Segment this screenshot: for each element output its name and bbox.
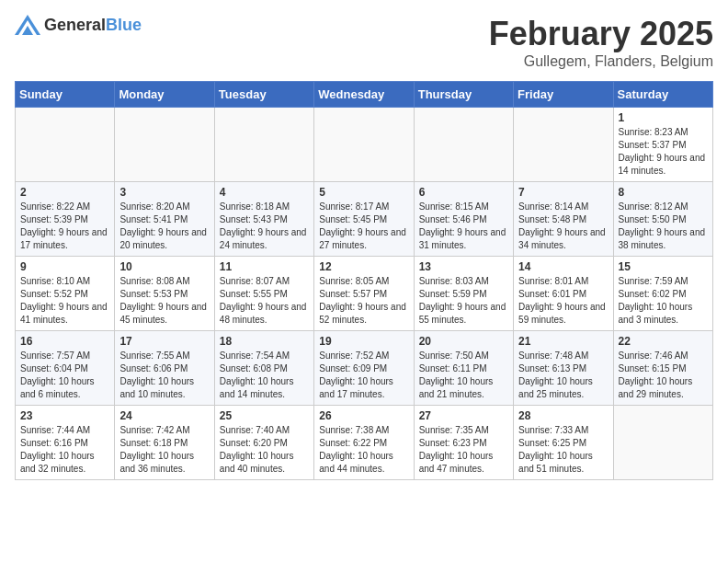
day-info: Sunrise: 7:55 AM Sunset: 6:06 PM Dayligh… xyxy=(119,350,209,401)
calendar-cell: 27Sunrise: 7:35 AM Sunset: 6:23 PM Dayli… xyxy=(414,406,513,480)
calendar-cell: 7Sunrise: 8:14 AM Sunset: 5:48 PM Daylig… xyxy=(514,182,613,257)
calendar-cell xyxy=(414,108,513,182)
calendar-cell: 10Sunrise: 8:08 AM Sunset: 5:53 PM Dayli… xyxy=(115,257,214,331)
day-number: 2 xyxy=(20,186,109,199)
calendar-cell: 22Sunrise: 7:46 AM Sunset: 6:15 PM Dayli… xyxy=(613,331,712,406)
day-info: Sunrise: 8:08 AM Sunset: 5:53 PM Dayligh… xyxy=(119,275,209,327)
calendar-cell: 9Sunrise: 8:10 AM Sunset: 5:52 PM Daylig… xyxy=(16,257,115,331)
calendar-cell: 23Sunrise: 7:44 AM Sunset: 6:16 PM Dayli… xyxy=(16,406,115,480)
day-number: 24 xyxy=(119,409,209,422)
day-info: Sunrise: 7:42 AM Sunset: 6:18 PM Dayligh… xyxy=(119,424,209,476)
day-number: 4 xyxy=(220,186,309,199)
day-number: 9 xyxy=(20,260,109,273)
day-info: Sunrise: 7:38 AM Sunset: 6:22 PM Dayligh… xyxy=(319,424,408,476)
day-info: Sunrise: 7:52 AM Sunset: 6:09 PM Dayligh… xyxy=(319,350,408,401)
calendar-cell: 25Sunrise: 7:40 AM Sunset: 6:20 PM Dayli… xyxy=(214,406,313,480)
day-number: 6 xyxy=(419,186,508,199)
day-number: 16 xyxy=(20,335,109,348)
calendar-cell: 8Sunrise: 8:12 AM Sunset: 5:50 PM Daylig… xyxy=(613,182,712,257)
day-header-wednesday: Wednesday xyxy=(314,82,414,108)
day-info: Sunrise: 7:44 AM Sunset: 6:16 PM Dayligh… xyxy=(20,424,109,476)
day-info: Sunrise: 8:01 AM Sunset: 6:01 PM Dayligh… xyxy=(518,275,608,327)
day-header-tuesday: Tuesday xyxy=(214,82,313,108)
day-info: Sunrise: 8:10 AM Sunset: 5:52 PM Dayligh… xyxy=(20,275,109,327)
day-info: Sunrise: 8:20 AM Sunset: 5:41 PM Dayligh… xyxy=(119,201,209,252)
day-info: Sunrise: 8:18 AM Sunset: 5:43 PM Dayligh… xyxy=(220,201,309,252)
calendar-cell: 17Sunrise: 7:55 AM Sunset: 6:06 PM Dayli… xyxy=(115,331,214,406)
day-number: 26 xyxy=(319,409,408,422)
calendar-cell xyxy=(314,108,414,182)
calendar-cell xyxy=(214,108,313,182)
day-number: 22 xyxy=(619,335,708,348)
day-info: Sunrise: 7:40 AM Sunset: 6:20 PM Dayligh… xyxy=(220,424,309,476)
title-block: February 2025 Gullegem, Flanders, Belgiu… xyxy=(489,15,713,70)
calendar-cell: 19Sunrise: 7:52 AM Sunset: 6:09 PM Dayli… xyxy=(314,331,414,406)
calendar-cell: 3Sunrise: 8:20 AM Sunset: 5:41 PM Daylig… xyxy=(115,182,214,257)
logo: GeneralBlue xyxy=(15,15,142,35)
calendar-table: SundayMondayTuesdayWednesdayThursdayFrid… xyxy=(15,81,713,480)
calendar-cell: 15Sunrise: 7:59 AM Sunset: 6:02 PM Dayli… xyxy=(613,257,712,331)
calendar-week-row: 2Sunrise: 8:22 AM Sunset: 5:39 PM Daylig… xyxy=(16,182,713,257)
logo-general: General xyxy=(44,16,106,34)
day-number: 3 xyxy=(119,186,209,199)
page-header: GeneralBlue February 2025 Gullegem, Flan… xyxy=(15,15,713,70)
day-header-friday: Friday xyxy=(514,82,613,108)
calendar-week-row: 1Sunrise: 8:23 AM Sunset: 5:37 PM Daylig… xyxy=(16,108,713,182)
day-info: Sunrise: 8:17 AM Sunset: 5:45 PM Dayligh… xyxy=(319,201,408,252)
day-info: Sunrise: 7:57 AM Sunset: 6:04 PM Dayligh… xyxy=(20,350,109,401)
calendar-cell: 26Sunrise: 7:38 AM Sunset: 6:22 PM Dayli… xyxy=(314,406,414,480)
month-title: February 2025 xyxy=(489,15,713,53)
day-number: 8 xyxy=(619,186,708,199)
calendar-cell: 16Sunrise: 7:57 AM Sunset: 6:04 PM Dayli… xyxy=(16,331,115,406)
day-number: 15 xyxy=(619,260,708,273)
day-number: 19 xyxy=(319,335,408,348)
day-number: 5 xyxy=(319,186,408,199)
day-number: 25 xyxy=(220,409,309,422)
calendar-cell: 11Sunrise: 8:07 AM Sunset: 5:55 PM Dayli… xyxy=(214,257,313,331)
day-info: Sunrise: 8:03 AM Sunset: 5:59 PM Dayligh… xyxy=(419,275,508,327)
day-info: Sunrise: 7:48 AM Sunset: 6:13 PM Dayligh… xyxy=(518,350,608,401)
day-number: 27 xyxy=(419,409,508,422)
day-number: 11 xyxy=(220,260,309,273)
calendar-cell: 2Sunrise: 8:22 AM Sunset: 5:39 PM Daylig… xyxy=(16,182,115,257)
day-info: Sunrise: 7:46 AM Sunset: 6:15 PM Dayligh… xyxy=(619,350,708,401)
day-header-sunday: Sunday xyxy=(16,82,115,108)
calendar-cell: 1Sunrise: 8:23 AM Sunset: 5:37 PM Daylig… xyxy=(613,108,712,182)
day-info: Sunrise: 7:35 AM Sunset: 6:23 PM Dayligh… xyxy=(419,424,508,476)
day-number: 20 xyxy=(419,335,508,348)
day-info: Sunrise: 7:54 AM Sunset: 6:08 PM Dayligh… xyxy=(220,350,309,401)
day-number: 12 xyxy=(319,260,408,273)
day-info: Sunrise: 8:14 AM Sunset: 5:48 PM Dayligh… xyxy=(518,201,608,252)
day-info: Sunrise: 8:12 AM Sunset: 5:50 PM Dayligh… xyxy=(619,201,708,252)
calendar-cell: 28Sunrise: 7:33 AM Sunset: 6:25 PM Dayli… xyxy=(514,406,613,480)
day-info: Sunrise: 7:59 AM Sunset: 6:02 PM Dayligh… xyxy=(619,275,708,327)
day-number: 28 xyxy=(518,409,608,422)
calendar-cell: 6Sunrise: 8:15 AM Sunset: 5:46 PM Daylig… xyxy=(414,182,513,257)
day-header-thursday: Thursday xyxy=(414,82,513,108)
day-header-saturday: Saturday xyxy=(613,82,712,108)
calendar-cell xyxy=(16,108,115,182)
calendar-cell: 12Sunrise: 8:05 AM Sunset: 5:57 PM Dayli… xyxy=(314,257,414,331)
calendar-week-row: 16Sunrise: 7:57 AM Sunset: 6:04 PM Dayli… xyxy=(16,331,713,406)
day-info: Sunrise: 8:05 AM Sunset: 5:57 PM Dayligh… xyxy=(319,275,408,327)
day-number: 7 xyxy=(518,186,608,199)
day-number: 14 xyxy=(518,260,608,273)
logo-icon xyxy=(15,15,40,35)
day-info: Sunrise: 8:23 AM Sunset: 5:37 PM Dayligh… xyxy=(619,126,708,178)
day-info: Sunrise: 8:22 AM Sunset: 5:39 PM Dayligh… xyxy=(20,201,109,252)
calendar-cell: 14Sunrise: 8:01 AM Sunset: 6:01 PM Dayli… xyxy=(514,257,613,331)
location-title: Gullegem, Flanders, Belgium xyxy=(489,53,713,70)
day-number: 21 xyxy=(518,335,608,348)
day-header-monday: Monday xyxy=(115,82,214,108)
calendar-cell: 21Sunrise: 7:48 AM Sunset: 6:13 PM Dayli… xyxy=(514,331,613,406)
day-number: 10 xyxy=(119,260,209,273)
calendar-cell: 24Sunrise: 7:42 AM Sunset: 6:18 PM Dayli… xyxy=(115,406,214,480)
day-info: Sunrise: 8:07 AM Sunset: 5:55 PM Dayligh… xyxy=(220,275,309,327)
calendar-cell: 18Sunrise: 7:54 AM Sunset: 6:08 PM Dayli… xyxy=(214,331,313,406)
calendar-cell: 20Sunrise: 7:50 AM Sunset: 6:11 PM Dayli… xyxy=(414,331,513,406)
day-number: 23 xyxy=(20,409,109,422)
day-number: 1 xyxy=(619,111,708,124)
calendar-header-row: SundayMondayTuesdayWednesdayThursdayFrid… xyxy=(16,82,713,108)
logo-blue: Blue xyxy=(106,16,142,34)
calendar-cell: 4Sunrise: 8:18 AM Sunset: 5:43 PM Daylig… xyxy=(214,182,313,257)
